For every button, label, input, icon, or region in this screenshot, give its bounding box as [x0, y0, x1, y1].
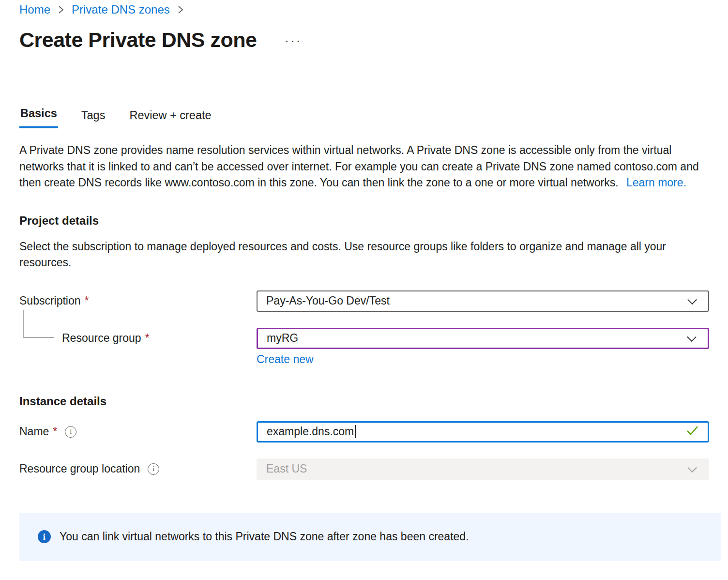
subscription-label: Subscription * — [19, 294, 257, 307]
chevron-down-icon[interactable] — [687, 332, 697, 342]
hierarchy-connector-line — [23, 310, 54, 338]
title-row: Create Private DNS zone ··· — [19, 27, 728, 53]
location-row: Resource group location i East US — [19, 458, 728, 480]
intro-paragraph: A Private DNS zone provides name resolut… — [19, 142, 711, 191]
subscription-dropdown[interactable]: Pay-As-You-Go Dev/Test — [257, 290, 709, 312]
required-asterisk: * — [145, 332, 150, 345]
instance-details-heading: Instance details — [19, 395, 728, 408]
create-new-link[interactable]: Create new — [257, 353, 314, 366]
text-cursor — [355, 425, 356, 438]
breadcrumb-home-link[interactable]: Home — [19, 3, 50, 16]
tab-basics[interactable]: Basics — [19, 107, 58, 128]
create-private-dns-zone-page: Home Private DNS zones Create Private DN… — [0, 0, 728, 561]
info-banner-text: You can link virtual networks to this Pr… — [60, 530, 469, 543]
location-value: East US — [258, 462, 307, 475]
resource-group-label-text: Resource group — [62, 332, 141, 345]
intro-text: A Private DNS zone provides name resolut… — [19, 144, 699, 189]
chevron-right-icon — [177, 4, 184, 15]
required-asterisk: * — [53, 425, 57, 438]
breadcrumb-private-dns-zones-link[interactable]: Private DNS zones — [72, 3, 170, 16]
location-label: Resource group location i — [19, 462, 257, 475]
breadcrumb: Home Private DNS zones — [19, 2, 728, 17]
create-new-row: Create new — [257, 353, 728, 366]
name-label-text: Name — [19, 425, 49, 438]
tab-tags[interactable]: Tags — [80, 109, 106, 128]
info-icon[interactable]: i — [65, 426, 76, 438]
name-input-value: example.dns.com — [258, 425, 354, 438]
info-circle-icon: i — [38, 530, 51, 543]
subscription-value: Pay-As-You-Go Dev/Test — [258, 294, 390, 307]
project-details-description: Select the subscription to manage deploy… — [19, 239, 711, 271]
learn-more-link[interactable]: Learn more. — [626, 176, 686, 189]
tab-review-create[interactable]: Review + create — [128, 109, 212, 128]
name-row: Name * i example.dns.com — [19, 421, 728, 443]
chevron-down-icon — [687, 463, 697, 473]
resource-group-dropdown[interactable]: myRG — [257, 328, 709, 349]
page-title: Create Private DNS zone — [19, 28, 257, 52]
resource-group-value: myRG — [258, 332, 298, 345]
required-asterisk: * — [85, 294, 89, 307]
subscription-row: Subscription * Pay-As-You-Go Dev/Test — [19, 290, 728, 312]
instance-details-form: Name * i example.dns.com Resource group … — [19, 421, 728, 480]
info-icon[interactable]: i — [148, 463, 159, 475]
info-banner: i You can link virtual networks to this … — [19, 513, 721, 561]
project-details-heading: Project details — [19, 214, 728, 228]
location-label-text: Resource group location — [19, 462, 140, 475]
subscription-label-text: Subscription — [19, 294, 81, 307]
name-input[interactable]: example.dns.com — [257, 421, 709, 443]
chevron-down-icon[interactable] — [687, 295, 697, 305]
chevron-right-icon — [57, 4, 65, 15]
resource-group-label: Resource group * — [19, 332, 257, 345]
tab-bar: Basics Tags Review + create — [19, 107, 728, 128]
valid-check-icon — [684, 424, 700, 440]
resource-group-row: Resource group * myRG — [19, 328, 728, 349]
project-details-form: Subscription * Pay-As-You-Go Dev/Test Re… — [19, 290, 728, 366]
more-options-button[interactable]: ··· — [285, 36, 302, 43]
name-label: Name * i — [19, 425, 257, 438]
location-dropdown-disabled: East US — [257, 458, 709, 480]
